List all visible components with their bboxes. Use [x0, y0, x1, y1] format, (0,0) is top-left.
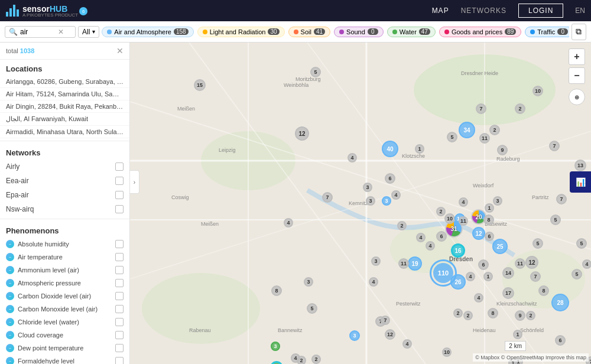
cluster-12-mid[interactable]: 12 [472, 227, 485, 240]
list-item[interactable]: الجال, Al Farwaniyah, Kuwait [0, 113, 129, 126]
marker-5-2[interactable]: 5 [307, 303, 317, 314]
chip-water[interactable]: Water 47 [387, 27, 436, 37]
search-input[interactable] [20, 28, 56, 36]
list-item[interactable]: Air Dingin, 28284, Bukit Raya, Pekanbaru… [0, 100, 129, 113]
marker-7-3[interactable]: 7 [530, 271, 541, 282]
marker-10[interactable]: 10 [444, 213, 455, 224]
sidebar-close-button[interactable]: ✕ [116, 46, 124, 56]
network-nsw-checkbox[interactable] [115, 205, 124, 213]
cluster-40[interactable]: 40 [382, 141, 398, 157]
cluster-12-right[interactable]: 12 [525, 256, 538, 269]
marker-5-l[interactable]: 5 [447, 132, 457, 142]
chip-light[interactable]: Light and Radiation 30 [197, 27, 285, 37]
marker-2-6[interactable]: 2 [463, 311, 473, 320]
phen-item-atm-pressure[interactable]: ~ Atmospheric pressure [0, 277, 129, 290]
marker-14[interactable]: 14 [502, 267, 514, 279]
marker-3-1[interactable]: 3 [363, 183, 372, 192]
phen-item-co[interactable]: ~ Carbon Monoxide level (air) [0, 303, 129, 316]
marker-7-1[interactable]: 7 [476, 103, 486, 114]
marker-8-4[interactable]: 8 [483, 214, 494, 225]
sidebar-expand-button[interactable]: › [130, 170, 139, 194]
marker-11f[interactable]: 11 [459, 216, 468, 226]
marker-13[interactable]: 13 [574, 160, 586, 171]
login-button[interactable]: LOGIN [518, 4, 563, 18]
marker-1-1[interactable]: 1 [415, 144, 424, 154]
phen-atm-pressure-checkbox[interactable] [115, 279, 124, 287]
map-area[interactable]: Moritzburg Dresdner Heide Dresden Coswig… [130, 43, 591, 364]
network-eea-checkbox[interactable] [115, 177, 124, 185]
list-item[interactable]: Airmadidi, Minahasa Utara, North Sulawes… [0, 126, 129, 138]
cluster-16[interactable]: 16 [451, 243, 465, 258]
marker-2-l[interactable]: 2 [489, 125, 500, 135]
chart-panel-button[interactable]: 📊 [570, 171, 591, 193]
marker-6-4[interactable]: 6 [436, 231, 447, 242]
phen-item-cloud[interactable]: ~ Cloud coverage [0, 329, 129, 342]
list-item[interactable]: Airlangga, 60286, Gubeng, Surabaya, East… [0, 76, 129, 88]
phen-item-dew[interactable]: ~ Dew point temperature [0, 342, 129, 355]
phen-dew-checkbox[interactable] [115, 344, 124, 352]
phen-co2-checkbox[interactable] [115, 292, 124, 300]
marker-4-b[interactable]: 4 [466, 272, 475, 281]
marker-11-2[interactable]: 11 [398, 258, 409, 269]
marker-4-8[interactable]: 4 [426, 241, 435, 251]
chip-goods[interactable]: Goods and prices 89 [439, 27, 521, 37]
marker-5-3[interactable]: 5 [550, 214, 561, 225]
marker-5-top[interactable]: 5 [310, 67, 321, 77]
marker-4-1[interactable]: 4 [348, 153, 357, 162]
phen-item-air-temp[interactable]: ~ Air temperature [0, 251, 129, 264]
marker-8-2[interactable]: 8 [488, 308, 498, 318]
marker-3-2[interactable]: 3 [493, 196, 502, 206]
marker-17[interactable]: 17 [502, 287, 514, 299]
marker-4-tl[interactable]: 10 [532, 86, 543, 96]
marker-7-5[interactable]: 7 [556, 194, 567, 204]
marker-2-10[interactable]: 2 [397, 221, 407, 230]
nav-networks[interactable]: NETWORKS [461, 6, 506, 15]
marker-2-t[interactable]: 2 [515, 103, 525, 114]
phen-item-ammonium[interactable]: ~ Ammonium level (air) [0, 264, 129, 277]
marker-4-br[interactable]: 4 [474, 293, 483, 303]
chip-sound[interactable]: Sound 0 [334, 27, 384, 37]
marker-11-1[interactable]: 11 [479, 133, 490, 144]
chip-traffic[interactable]: Traffic 0 [525, 27, 569, 37]
marker-6-5[interactable]: 6 [485, 232, 494, 241]
marker-3-tl[interactable]: 3 [382, 196, 391, 206]
phen-ammonium-checkbox[interactable] [115, 266, 124, 274]
cluster-12-left[interactable]: 12 [295, 126, 309, 141]
phen-abs-humidity-checkbox[interactable] [115, 240, 124, 248]
marker-2-9[interactable]: 2 [436, 207, 446, 216]
marker-3-b[interactable]: 3 [349, 330, 360, 341]
marker-4-2[interactable]: 4 [391, 190, 401, 200]
network-item-epa[interactable]: Epa-air [0, 188, 129, 202]
marker-3-4[interactable]: 3 [366, 196, 375, 206]
phen-item-formaldehyde[interactable]: ~ Formaldehyde level [0, 355, 129, 364]
marker-3-bl[interactable]: 3 [271, 342, 280, 351]
cluster-28[interactable]: 28 [551, 294, 569, 311]
phen-air-temp-checkbox[interactable] [115, 253, 124, 261]
marker-11-3[interactable]: 11 [515, 258, 525, 269]
marker-1-8[interactable]: 1 [513, 330, 522, 339]
zoom-out-button[interactable]: − [569, 67, 585, 84]
marker-1-6[interactable]: 1 [485, 203, 494, 213]
marker-4-tl2[interactable]: 4 [416, 233, 426, 242]
phen-cloud-checkbox[interactable] [115, 331, 124, 339]
language-selector[interactable]: EN [575, 6, 585, 15]
phen-chloride-checkbox[interactable] [115, 318, 124, 326]
marker-288[interactable]: 2 [311, 355, 321, 364]
zoom-in-button[interactable]: + [569, 48, 585, 65]
network-item-airly[interactable]: Airly [0, 160, 129, 174]
network-item-nsw[interactable]: Nsw-airq [0, 202, 129, 216]
marker-15[interactable]: 15 [194, 79, 206, 91]
network-epa-checkbox[interactable] [115, 191, 124, 199]
marker-7-6[interactable]: 7 [322, 192, 333, 203]
marker-7-4[interactable]: 7 [381, 316, 390, 325]
phen-formaldehyde-checkbox[interactable] [115, 357, 124, 364]
marker-4-6[interactable]: 4 [369, 277, 378, 287]
nav-map[interactable]: MAP [432, 6, 449, 15]
phen-item-chloride[interactable]: ~ Chloride level (water) [0, 316, 129, 329]
cluster-25[interactable]: 25 [492, 239, 508, 254]
phen-co-checkbox[interactable] [115, 305, 124, 313]
marker-6-2[interactable]: 6 [478, 259, 489, 270]
marker-4-5[interactable]: 4 [402, 339, 412, 349]
marker-6-1[interactable]: 6 [385, 173, 395, 184]
marker-12-b[interactable]: 12 [385, 329, 395, 340]
